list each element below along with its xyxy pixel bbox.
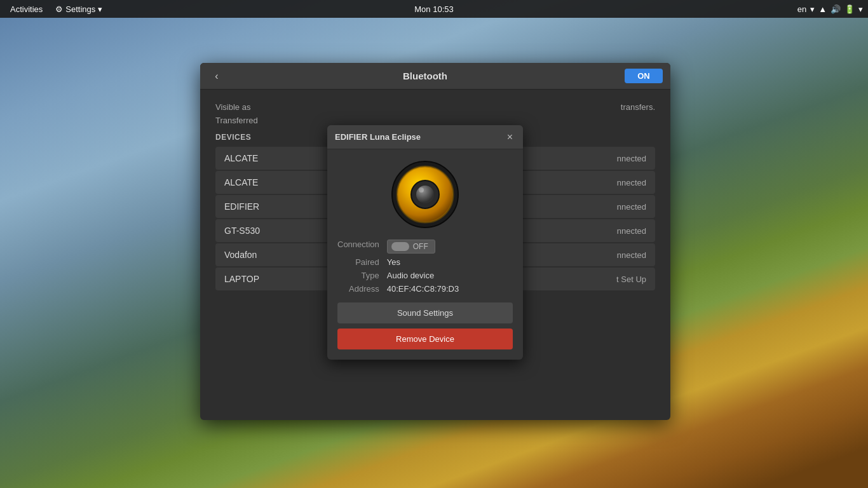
connection-row: OFF <box>387 240 513 254</box>
paired-label: Paired <box>337 257 379 267</box>
popup-close-button[interactable]: × <box>505 131 515 144</box>
connection-toggle[interactable]: OFF <box>387 240 435 254</box>
dropdown-arrow-icon: ▾ <box>98 4 102 14</box>
paired-value: Yes <box>387 257 513 267</box>
svg-point-4 <box>416 186 434 203</box>
device-name: ALCATE <box>224 153 258 163</box>
language-indicator[interactable]: en <box>797 4 806 14</box>
device-name: Vodafon <box>224 250 257 260</box>
connection-label: Connection <box>337 240 379 254</box>
device-status: nnected <box>617 250 646 260</box>
device-name: LAPTOP <box>224 274 259 284</box>
speaker-icon-container <box>337 159 513 229</box>
bluetooth-content: Visible as Transferred Devices ALCATE nn… <box>200 90 670 420</box>
popup-body: Connection OFF Paired Yes Type Audio dev… <box>327 149 523 360</box>
toggle-indicator <box>391 242 409 251</box>
dropdown-lang-icon: ▾ <box>810 4 815 14</box>
bluetooth-window: ‹ Bluetooth ON Visible as Transferred De… <box>200 63 670 420</box>
popup-titlebar: EDIFIER Luna Eclipse × <box>327 125 523 149</box>
topbar-right: en ▾ ▲ 🔊 🔋 ▾ <box>797 4 868 14</box>
device-name: EDIFIER <box>224 201 259 212</box>
settings-menu-button[interactable]: ⚙ Settings ▾ <box>50 3 107 15</box>
right-transfers-text: transfers. <box>621 102 655 112</box>
clock-time: Mon 10:53 <box>414 4 453 14</box>
speaker-icon <box>390 159 460 229</box>
gear-icon: ⚙ <box>55 4 63 14</box>
bluetooth-titlebar: ‹ Bluetooth ON <box>200 63 670 90</box>
remove-device-button[interactable]: Remove Device <box>337 329 513 349</box>
topbar-clock: Mon 10:53 <box>414 4 453 14</box>
sound-settings-button[interactable]: Sound Settings <box>337 302 513 323</box>
address-label: Address <box>337 284 379 294</box>
device-status: nnected <box>617 154 646 163</box>
svg-point-5 <box>419 187 424 193</box>
device-status: nnected <box>617 202 646 212</box>
type-label: Type <box>337 271 379 280</box>
device-name: ALCATE <box>224 177 258 187</box>
connection-value: OFF <box>413 242 428 251</box>
device-name: GT-S530 <box>224 226 260 236</box>
bluetooth-toggle-button[interactable]: ON <box>625 69 663 83</box>
transferred-text: Transferred <box>215 116 655 125</box>
device-status: nnected <box>617 226 646 236</box>
battery-icon[interactable]: 🔋 <box>844 4 855 14</box>
device-status: t Set Up <box>616 274 646 284</box>
type-value: Audio device <box>387 271 513 280</box>
back-button[interactable]: ‹ <box>208 67 226 85</box>
device-status: nnected <box>617 178 646 187</box>
address-value: 40:EF:4C:C8:79:D3 <box>387 284 513 294</box>
topbar: Activities ⚙ Settings ▾ Mon 10:53 en ▾ ▲… <box>0 0 868 18</box>
volume-icon[interactable]: 🔊 <box>831 4 841 14</box>
device-detail-popup: EDIFIER Luna Eclipse × <box>327 125 523 360</box>
back-arrow-icon: ‹ <box>215 71 218 82</box>
popup-info: Connection OFF Paired Yes Type Audio dev… <box>337 240 513 294</box>
popup-title: EDIFIER Luna Eclipse <box>335 132 421 142</box>
visible-text: Visible as <box>215 102 655 112</box>
topbar-dropdown-icon[interactable]: ▾ <box>858 4 863 14</box>
activities-button[interactable]: Activities <box>5 3 48 15</box>
settings-label: Settings <box>65 4 95 14</box>
wifi-icon[interactable]: ▲ <box>818 4 827 14</box>
topbar-left: Activities ⚙ Settings ▾ <box>0 3 107 15</box>
bluetooth-title: Bluetooth <box>403 71 447 81</box>
